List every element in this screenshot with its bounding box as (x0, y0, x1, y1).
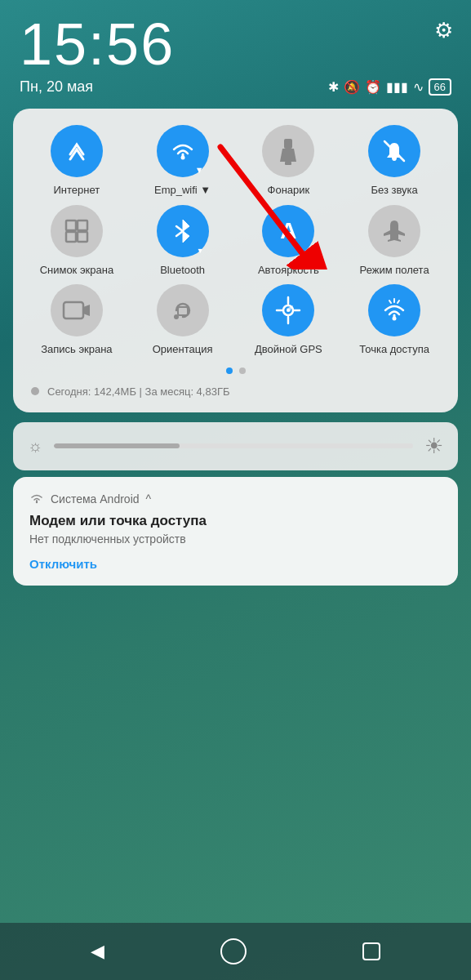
tile-label-bluetooth: Bluetooth (160, 264, 205, 277)
tile-circle-autobrightness: A (262, 205, 314, 257)
gps-icon (275, 296, 301, 325)
alarm-status-icon: ⏰ (365, 79, 381, 95)
silent-icon (381, 138, 407, 164)
tile-label-screenshot: Снимок экрана (40, 264, 114, 277)
mute-status-icon: 🔕 (344, 79, 360, 95)
date: Пн, 20 мая (20, 78, 93, 96)
tile-circle-flashlight (262, 125, 314, 177)
tile-bluetooth[interactable]: ▼ Bluetooth (132, 205, 233, 277)
tile-label-airplane: Режим полета (360, 264, 429, 277)
flashlight-icon (277, 137, 300, 165)
tile-circle-screenshot (51, 205, 103, 257)
notif-wifi-icon (29, 492, 44, 506)
tile-label-autobrightness: Автояркость (258, 264, 319, 277)
tiles-grid: Интернет ▼ Emp_wifi ▼ (26, 125, 445, 356)
notification-header: Система Android ^ (29, 492, 442, 506)
brightness-panel: ☼ ☀ (13, 422, 458, 470)
screenshot-icon (63, 217, 91, 245)
settings-icon[interactable]: ⚙ (434, 18, 453, 43)
svg-rect-1 (284, 139, 292, 149)
data-dot-icon (31, 387, 39, 395)
wifi-arrow-indicator: ▼ (195, 165, 204, 175)
bluetooth-status-icon: ✱ (328, 79, 339, 95)
tile-screenrecord[interactable]: Запись экрана (26, 284, 127, 356)
auto-brightness-letter: A (280, 218, 296, 244)
tile-gps[interactable]: Двойной GPS (238, 284, 340, 356)
tile-label-screenrecord: Запись экрана (41, 343, 112, 356)
notification-subtitle: Нет подключенных устройств (29, 532, 442, 546)
tile-label-internet: Интернет (54, 184, 100, 197)
svg-point-20 (393, 317, 397, 321)
tile-circle-screenrecord (51, 284, 103, 336)
svg-rect-6 (78, 220, 87, 230)
notification-app-name: Система Android (51, 492, 140, 506)
svg-rect-7 (66, 232, 76, 242)
dot-1 (226, 368, 233, 374)
signal-bars-icon: ▮▮▮ (386, 79, 408, 95)
tile-label-hotspot: Точка доступа (359, 343, 429, 356)
clock: 15:56 (20, 15, 451, 74)
bluetooth-arrow: ▼ (197, 247, 204, 255)
svg-point-24 (36, 501, 38, 503)
hotspot-icon (380, 296, 409, 325)
tile-label-wifi: Emp_wifi ▼ (154, 184, 211, 197)
tile-label-rotation: Ориентация (153, 343, 213, 356)
notification-action-button[interactable]: Отключить (29, 557, 442, 571)
svg-rect-8 (78, 232, 87, 242)
screenrecord-icon (62, 299, 91, 322)
tile-label-gps: Двойной GPS (255, 343, 322, 356)
tile-label-silent: Без звука (371, 184, 417, 197)
tile-circle-gps (262, 284, 314, 336)
status-row: Пн, 20 мая ✱ 🔕 ⏰ ▮▮▮ ∿ 66 (20, 78, 451, 96)
tile-circle-hotspot (368, 284, 420, 336)
notification-chevron: ^ (146, 492, 152, 506)
svg-marker-2 (280, 149, 296, 162)
svg-line-22 (398, 301, 399, 303)
tile-label-flashlight: Фонарик (268, 184, 310, 197)
navigation-bar: ◀ (0, 923, 471, 980)
notification-title: Модем или точка доступа (29, 513, 442, 529)
page-dots (26, 368, 445, 374)
tile-airplane[interactable]: Режим полета (344, 205, 445, 277)
brightness-low-icon: ☼ (28, 437, 42, 456)
battery-badge: 66 (429, 78, 451, 96)
data-usage-text: Сегодня: 142,4МБ | За месяц: 4,83ГБ (47, 385, 229, 398)
tile-circle-wifi: ▼ (157, 125, 209, 177)
tile-wifi[interactable]: ▼ Emp_wifi ▼ (132, 125, 233, 197)
data-usage-row: Сегодня: 142,4МБ | За месяц: 4,83ГБ (26, 382, 445, 401)
tile-autobrightness[interactable]: A Автояркость (238, 205, 340, 277)
wifi-tile-icon (168, 140, 198, 163)
notification-card: Система Android ^ Модем или точка доступ… (13, 477, 458, 586)
svg-rect-5 (66, 220, 76, 230)
svg-point-0 (180, 156, 184, 160)
recents-button[interactable] (362, 942, 380, 960)
tile-screenshot[interactable]: Снимок экрана (26, 205, 127, 277)
status-icons: ✱ 🔕 ⏰ ▮▮▮ ∿ 66 (328, 78, 451, 96)
svg-rect-3 (285, 162, 291, 165)
tile-internet[interactable]: Интернет (26, 125, 127, 197)
svg-rect-12 (178, 307, 188, 315)
tile-circle-internet (51, 125, 103, 177)
wifi-status-icon: ∿ (413, 79, 424, 95)
tile-circle-silent (368, 125, 420, 177)
tile-silent[interactable]: Без звука (344, 125, 445, 197)
home-button[interactable] (220, 938, 247, 964)
airplane-icon (380, 217, 408, 245)
tile-circle-airplane (368, 205, 420, 257)
brightness-high-icon: ☀ (424, 434, 443, 459)
rotation-icon (168, 296, 198, 325)
tile-hotspot[interactable]: Точка доступа (344, 284, 445, 356)
tile-circle-bluetooth: ▼ (157, 205, 209, 257)
dot-2 (239, 368, 246, 374)
svg-rect-9 (64, 302, 83, 318)
bluetooth-icon (171, 216, 194, 246)
svg-line-23 (389, 301, 391, 303)
brightness-fill (54, 443, 180, 448)
tile-rotation[interactable]: Ориентация (132, 284, 233, 356)
brightness-track[interactable] (54, 443, 413, 448)
tile-flashlight[interactable]: Фонарик (238, 125, 340, 197)
status-bar: 15:56 Пн, 20 мая ✱ 🔕 ⏰ ▮▮▮ ∿ 66 (0, 0, 471, 99)
internet-icon (64, 138, 90, 164)
tile-circle-rotation (157, 284, 209, 336)
back-button[interactable]: ◀ (91, 941, 104, 962)
